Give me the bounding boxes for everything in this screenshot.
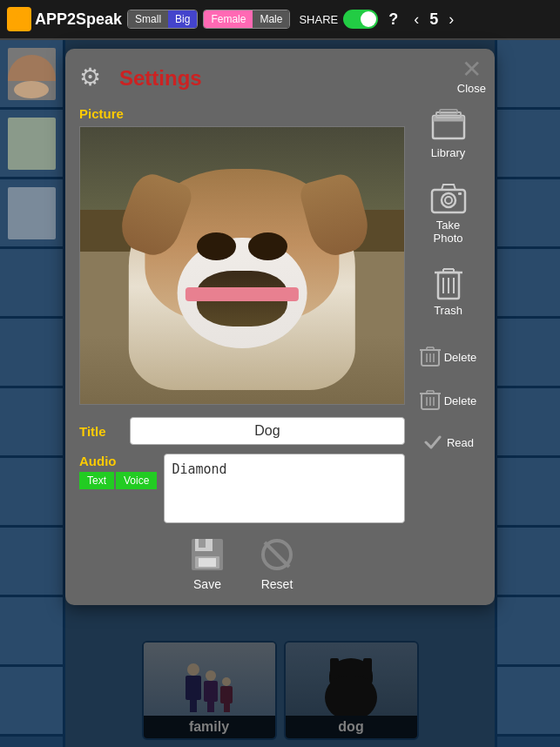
reset-label: Reset [261,577,293,591]
svg-point-14 [442,193,455,207]
trash-action[interactable]: Trash [427,264,470,317]
delete-label-1: Delete [444,351,477,364]
gender-toggle[interactable]: Female Male [203,10,290,29]
next-button[interactable]: › [443,9,459,30]
trash-label: Trash [434,304,462,317]
text-btn[interactable]: Text [79,472,114,489]
male-btn[interactable]: Male [253,10,289,28]
film-cell-right-4 [497,249,560,319]
film-cell-content [0,40,63,107]
app-header: APP2Speak Small Big Female Male SHARE ? … [0,0,560,40]
film-cell-right-2 [497,110,560,179]
read-label: Read [447,436,474,449]
film-cell-content-2 [0,110,63,177]
film-cell-right-5 [497,319,560,388]
reset-icon [255,535,299,574]
close-button[interactable]: ✕ Close [457,57,486,95]
audio-label-col: Audio Text Voice [79,454,157,523]
library-label: Library [431,146,466,159]
camera-icon [427,178,470,217]
main-content: family dog [0,40,560,747]
audio-textarea[interactable]: Diamond [164,454,405,523]
picture-frame [79,126,405,405]
filmstrip-left [0,40,65,747]
modal-header: ⚙ Settings [79,63,481,94]
big-btn[interactable]: Big [168,10,197,28]
modal-overlay: ⚙ Settings ✕ Close Picture [65,40,495,747]
take-photo-label: TakePhoto [434,219,463,245]
save-icon [186,535,229,574]
title-input[interactable] [130,417,405,445]
film-cell-left-3 [0,179,63,249]
settings-title: Settings [119,66,202,91]
save-label: Save [193,577,221,591]
library-icon [427,106,470,145]
delete-label-2: Delete [444,394,477,407]
film-cell-right-3 [497,179,560,249]
size-toggle[interactable]: Small Big [127,10,198,29]
film-cell-left-8 [0,528,63,597]
settings-modal: ⚙ Settings ✕ Close Picture [65,49,495,605]
svg-marker-0 [12,12,26,26]
film-cell-left-2 [0,110,63,179]
film-cell-right-1 [497,40,560,110]
audio-section: Audio Text Voice Diamond [79,454,405,523]
modal-left-column: Picture [79,106,405,591]
close-x-icon: ✕ [462,57,482,82]
read-action[interactable]: Read [422,432,474,453]
modal-right-column: Library [415,106,481,591]
film-cell-left-7 [0,458,63,528]
film-cell-right-6 [497,388,560,458]
share-label: SHARE [299,13,338,26]
modal-actions: Save Reset [79,535,405,591]
trash-icon [427,264,470,302]
prev-button[interactable]: ‹ [408,9,424,30]
page-background: family dog [65,40,495,747]
svg-rect-16 [458,192,462,195]
svg-rect-3 [199,539,206,548]
svg-line-7 [265,542,289,567]
app-logo: APP2Speak [7,7,122,31]
reset-button[interactable]: Reset [255,535,299,591]
modal-body: Picture [79,106,481,591]
close-label: Close [457,82,486,95]
take-photo-action[interactable]: TakePhoto [427,178,470,245]
voice-btn[interactable]: Voice [116,472,157,489]
picture-label: Picture [79,106,405,121]
film-cell-right-8 [497,528,560,597]
film-cell-left-4 [0,249,63,319]
audio-field-label: Audio [79,454,117,468]
film-cell-left-1 [0,40,63,110]
film-cell-right-9 [497,597,560,667]
gear-icon: ⚙ [79,63,111,94]
small-btn[interactable]: Small [128,10,168,28]
help-button[interactable]: ? [383,9,403,30]
filmstrip-right [495,40,560,747]
title-field-label: Title [79,424,123,439]
library-action[interactable]: Library [427,106,470,159]
page-number: 5 [429,10,438,29]
title-row: Title [79,417,405,445]
film-cell-left-9 [0,597,63,667]
share-toggle[interactable] [343,10,378,29]
film-cell-right-7 [497,458,560,528]
logo-text: APP2Speak [35,10,122,29]
film-cell-left-6 [0,388,63,458]
film-cell-right-10 [497,667,560,737]
svg-rect-5 [199,558,216,567]
delete-action-2[interactable]: Delete [420,388,477,413]
save-button[interactable]: Save [186,535,229,591]
female-btn[interactable]: Female [204,10,253,28]
toggle-knob [361,11,376,27]
logo-icon [7,7,31,31]
film-cell-left-10 [0,667,63,737]
film-cell-left-5 [0,319,63,388]
delete-action-1[interactable]: Delete [420,345,477,369]
svg-point-15 [445,197,452,204]
audio-toggle-group[interactable]: Text Voice [79,472,157,489]
